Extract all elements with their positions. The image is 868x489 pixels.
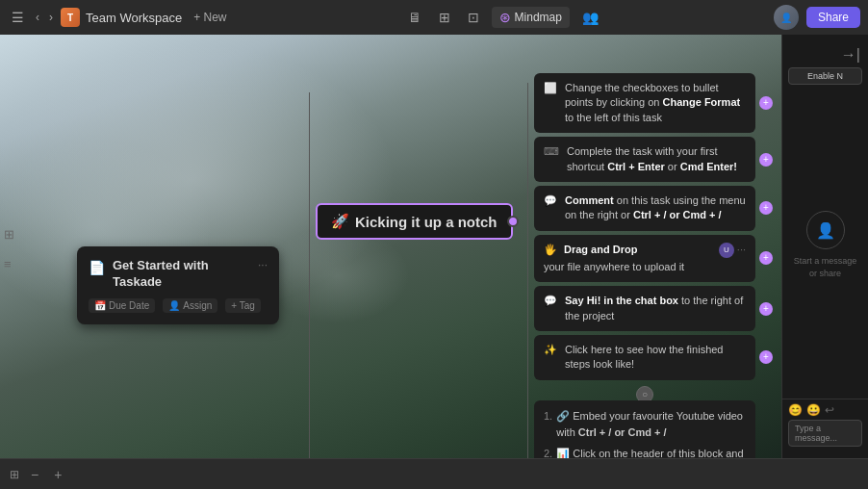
num-2: 2. bbox=[544, 446, 552, 458]
task-side-btn-5[interactable]: + bbox=[759, 302, 773, 316]
plus-icon-1: + bbox=[763, 98, 769, 108]
task-item-5-text: Say Hi! in the chat box to the right of … bbox=[565, 294, 746, 323]
plus-icon-4: + bbox=[763, 253, 769, 263]
share-button[interactable]: Share bbox=[806, 7, 860, 28]
task-item-2-text: Complete the task with your first shortc… bbox=[567, 144, 746, 174]
task-item-3[interactable]: 💬 Comment on this task using the menu on… bbox=[534, 186, 755, 231]
canvas-area[interactable]: 📄 Get Started with Taskade ··· 📅 Due Dat… bbox=[0, 35, 781, 458]
workspace-avatar: T bbox=[61, 8, 80, 27]
chat-input-box[interactable]: Type a message... bbox=[788, 420, 862, 447]
task-card: 📄 Get Started with Taskade ··· 📅 Due Dat… bbox=[77, 246, 279, 324]
nav-forward-icon[interactable]: › bbox=[47, 9, 55, 26]
tag-label: + Tag bbox=[231, 300, 255, 311]
bottom-task-item-2: 2. 📊 Click on the header of this block a… bbox=[544, 446, 746, 458]
chat-input-area: 😊 😀 ↩ Type a message... bbox=[782, 399, 868, 450]
chat-icon: 💬 bbox=[544, 294, 557, 308]
left-toolbar: ⊞ ≡ bbox=[4, 227, 14, 271]
task-item-5[interactable]: 💬 Say Hi! in the chat box to the right o… bbox=[534, 286, 755, 331]
kicking-card-text: Kicking it up a notch bbox=[355, 214, 498, 230]
task-item-2[interactable]: ⌨ Complete the task with your first shor… bbox=[534, 137, 755, 182]
plus-icon-5: + bbox=[763, 304, 769, 314]
emoji-icon[interactable]: 😊 bbox=[788, 403, 803, 417]
task-side-btn-3[interactable]: + bbox=[759, 201, 773, 215]
task-side-btn-1[interactable]: + bbox=[759, 96, 773, 110]
mindmap-icon: ⊛ bbox=[499, 10, 511, 25]
task-item-6[interactable]: ✨ Click here to see how the finished ste… bbox=[534, 335, 755, 380]
format-icon[interactable]: ⊞ bbox=[4, 227, 14, 242]
bottom-task-text-1: 🔗 Embed your favourite Youtube video wit… bbox=[556, 408, 746, 440]
task-item-6-text: Click here to see how the finished steps… bbox=[565, 343, 746, 373]
grid-icon[interactable]: ⊞ bbox=[10, 468, 19, 481]
task-item-1[interactable]: ⬜ Change the checkboxes to bullet points… bbox=[534, 73, 755, 133]
topbar: ☰ ‹ › T Team Workspace + New 🖥 ⊞ ⊡ ⊛ Min… bbox=[0, 0, 868, 35]
task-item-3-text: Comment on this task using the menu on t… bbox=[565, 193, 746, 223]
task-side-btn-6[interactable]: + bbox=[759, 350, 773, 364]
keyboard-icon: ⌨ bbox=[544, 144, 559, 159]
num-1: 1. bbox=[544, 408, 552, 440]
task-side-btn-2[interactable]: + bbox=[759, 153, 773, 167]
task-card-menu-icon[interactable]: ··· bbox=[258, 258, 268, 271]
person-chat-icon: 👤 bbox=[816, 221, 835, 240]
calendar-icon: 📅 bbox=[94, 300, 106, 311]
user-avatar[interactable]: 👤 bbox=[774, 5, 799, 30]
new-label: + New bbox=[193, 11, 226, 24]
zoom-plus-button[interactable]: + bbox=[50, 465, 65, 484]
due-date-tag[interactable]: 📅 Due Date bbox=[89, 298, 155, 313]
task-list-panel: ⬜ Change the checkboxes to bullet points… bbox=[534, 73, 755, 403]
plus-icon-3: + bbox=[763, 203, 769, 213]
mindmap-button[interactable]: ⊛ Mindmap bbox=[492, 7, 570, 28]
task-card-header: 📄 Get Started with Taskade ··· bbox=[89, 258, 268, 291]
task-item-row-2: ⌨ Complete the task with your first shor… bbox=[544, 144, 746, 174]
mindmap-label: Mindmap bbox=[515, 11, 562, 24]
layout-icon[interactable]: ⊞ bbox=[434, 7, 455, 28]
people-icon[interactable]: 👥 bbox=[577, 7, 603, 28]
tag-tag[interactable]: + Tag bbox=[225, 298, 261, 313]
task-item-row-1: ⬜ Change the checkboxes to bullet points… bbox=[544, 81, 746, 125]
assign-icon: 👤 bbox=[168, 300, 180, 311]
nav-back-icon[interactable]: ‹ bbox=[34, 9, 41, 26]
window-icon[interactable]: ⊡ bbox=[463, 7, 484, 28]
topbar-right: 👤 Share bbox=[774, 5, 860, 30]
kicking-card[interactable]: 🚀 Kicking it up a notch bbox=[316, 203, 513, 240]
enable-notification-button[interactable]: Enable N bbox=[788, 67, 862, 85]
hamburger-icon[interactable]: ☰ bbox=[8, 8, 28, 27]
drag-bold-text: Drag and Drop bbox=[564, 243, 637, 257]
rocket-icon: 🚀 bbox=[331, 213, 349, 230]
smiley-icon[interactable]: 😀 bbox=[806, 403, 821, 417]
plus-icon-6: + bbox=[763, 352, 769, 362]
chat-hint-text: Start a message or share bbox=[790, 255, 860, 279]
attachment-icon[interactable]: ↩ bbox=[825, 403, 834, 417]
workspace-name: Team Workspace bbox=[86, 11, 182, 25]
chat-toolbar: 😊 😀 ↩ bbox=[788, 403, 862, 417]
bottom-task-item-1: 1. 🔗 Embed your favourite Youtube video … bbox=[544, 408, 746, 440]
user-avatar-mini: U bbox=[719, 243, 734, 258]
indent-icon[interactable]: ≡ bbox=[4, 257, 14, 271]
bottom-bar: ⊞ − + bbox=[0, 458, 868, 489]
task-card-meta: 📅 Due Date 👤 Assign + Tag bbox=[89, 298, 268, 313]
bottom-bar-left: ⊞ − + bbox=[10, 465, 65, 484]
drag-icon: 🖐 bbox=[544, 243, 557, 257]
right-sidebar: →| Enable N 👤 Start a message or share 😊… bbox=[781, 35, 868, 458]
monitor-icon[interactable]: 🖥 bbox=[403, 7, 426, 28]
sidebar-collapse-button[interactable]: →| bbox=[841, 46, 860, 64]
topbar-center: 🖥 ⊞ ⊡ ⊛ Mindmap 👥 bbox=[403, 7, 603, 28]
zoom-minus-button[interactable]: − bbox=[27, 465, 42, 484]
checkbox-icon: ⬜ bbox=[544, 81, 557, 95]
task-item-4-text: your file anywhere to upload it bbox=[544, 261, 684, 272]
plus-icon-2: + bbox=[763, 155, 769, 165]
assign-tag[interactable]: 👤 Assign bbox=[163, 298, 217, 313]
due-date-label: Due Date bbox=[109, 300, 149, 311]
document-icon: 📄 bbox=[89, 260, 105, 275]
comment-icon: 💬 bbox=[544, 193, 557, 208]
task-side-btn-4[interactable]: + bbox=[759, 251, 773, 265]
task-item-1-text: Change the checkboxes to bullet points b… bbox=[565, 81, 746, 125]
assign-label: Assign bbox=[183, 300, 212, 311]
task-item-row-6: ✨ Click here to see how the finished ste… bbox=[544, 343, 746, 373]
task-item-row-3: 💬 Comment on this task using the menu on… bbox=[544, 193, 746, 223]
task-item-4[interactable]: 🖐 Drag and Drop U ··· your file anywhere… bbox=[534, 235, 755, 282]
new-button[interactable]: + New bbox=[188, 9, 232, 26]
sparkle-icon: ✨ bbox=[544, 343, 557, 357]
item-menu-icon[interactable]: ··· bbox=[737, 243, 746, 257]
topbar-left: ☰ ‹ › T Team Workspace + New bbox=[8, 8, 233, 27]
chat-toolbar-icons: 😊 😀 ↩ bbox=[788, 403, 834, 417]
